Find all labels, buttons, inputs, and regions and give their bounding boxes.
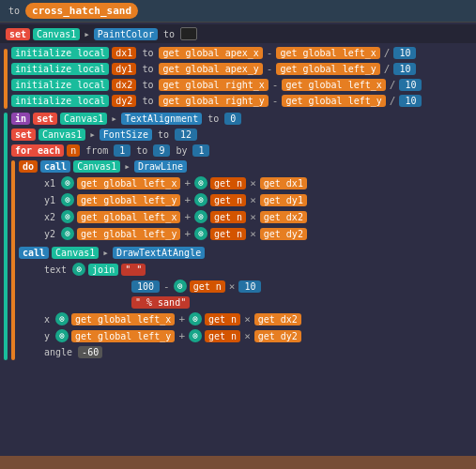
get-n-y[interactable]: get n [205,330,240,342]
call-kw-2: call [19,247,49,259]
canvas1-3[interactable]: Canvas1 [38,129,85,141]
minus-join: - [162,280,171,293]
get-apex-x[interactable]: get global apex_x [159,47,262,59]
set-keyword: set [6,28,30,40]
neg-60: -60 [78,346,102,358]
get-dx2-x[interactable]: get dx2 [254,313,301,325]
get-dy2[interactable]: get dy2 [260,228,307,240]
y-label: y [41,330,53,342]
drawline-method[interactable]: DrawLine [134,160,187,173]
y-param: y ⊙ get global left_y + ⊙ get n × get dy… [41,329,472,342]
x2-connector: ⊙ [61,210,74,223]
fontsize[interactable]: FontSize [100,129,152,141]
get-dx1[interactable]: get dx1 [260,177,307,189]
blocks-container: initialize local dx1 to get global apex_… [0,45,476,362]
text-param: text ⊙ join " " [41,263,472,276]
angle-label: angle [41,346,75,358]
canvas1-4[interactable]: Canvas1 [73,160,120,173]
get-left-y2[interactable]: get global left_y [282,95,385,107]
init-dy2: initialize local dy2 to get global right… [11,95,472,107]
dot4: ▸ [101,247,110,259]
to-kw6: to [205,113,222,125]
get-n-y1[interactable]: get n [210,194,246,206]
get-dx2[interactable]: get dx2 [260,211,307,223]
to-keyword: to [6,5,23,17]
y-connector: ⊙ [55,329,69,342]
get-left-x-x[interactable]: get global left_x [71,313,175,325]
get-left-y-y1[interactable]: get global left_y [77,194,180,206]
get-right-x[interactable]: get global right_x [159,79,268,91]
get-left-x-x2[interactable]: get global left_x [77,211,180,223]
y1-label: y1 [41,194,58,206]
do-section: do call Canvas1 ▸ DrawLine x1 ⊙ get glob… [11,160,472,360]
init-dx1: initialize local dx1 to get global apex_… [11,47,472,59]
num-10-3: 10 [399,79,422,91]
get-left-y-y2[interactable]: get global left_y [77,228,180,240]
times-x1: × [249,177,257,189]
do-body: do call Canvas1 ▸ DrawLine x1 ⊙ get glob… [19,160,472,360]
get-left-x-x1[interactable]: get global left_x [77,177,180,189]
times-x: × [243,313,252,325]
init-local-kw2: initialize local [11,63,109,75]
var-n[interactable]: n [67,144,80,157]
x-label: x [41,313,53,325]
from-1: 1 [114,144,131,157]
x1-mul-connector: ⊙ [194,176,207,189]
function-name[interactable]: cross_hatch_sand [25,3,138,19]
var-dx1[interactable]: dx1 [112,47,136,59]
foreach-kw: for each [11,144,64,157]
num-10-join: 10 [238,280,261,293]
get-left-x2[interactable]: get global left_x [282,79,385,91]
orange-bracket [4,49,8,109]
drawtextatangle-method[interactable]: DrawTextAtAngle [113,247,205,259]
get-left-x1[interactable]: get global left_x [276,47,379,59]
set-fontsize-row: set Canvas1 ▸ FontSize to 12 [11,129,472,141]
teal-bracket [4,113,8,360]
plus-x2: + [183,211,192,223]
do-label-row: do call Canvas1 ▸ DrawLine [19,160,472,173]
to-9: 9 [153,144,170,157]
num-0: 0 [224,113,241,125]
get-n-x1[interactable]: get n [210,177,246,189]
get-n-join[interactable]: get n [190,280,225,293]
plus-x: + [177,313,186,325]
y1-param: y1 ⊙ get global left_y + ⊙ get n × get d… [41,193,472,206]
get-right-y[interactable]: get global right_y [159,95,268,107]
get-n-x[interactable]: get n [205,313,240,325]
dot3: ▸ [123,160,131,173]
canvas1-2[interactable]: Canvas1 [60,113,107,125]
get-dy1[interactable]: get dy1 [260,194,307,206]
function-header: to cross_hatch_sand [0,0,476,23]
to-kw: to [139,47,156,59]
textalign[interactable]: TextAlignment [121,113,202,125]
get-left-y-y[interactable]: get global left_y [71,330,175,342]
var-dx2[interactable]: dx2 [112,79,136,91]
get-n-y2[interactable]: get n [210,228,246,240]
get-left-y1[interactable]: get global left_y [276,63,379,75]
do-bracket [11,160,15,360]
color-swatch[interactable] [180,27,197,40]
in-label-row: in set Canvas1 ▸ TextAlignment to 0 [11,113,472,125]
by-1: 1 [192,144,209,157]
paintcolor-block[interactable]: PaintColor [94,28,158,40]
in-section: in set Canvas1 ▸ TextAlignment to 0 set … [4,113,472,360]
minus-op2: - [266,63,274,75]
canvas1-block[interactable]: Canvas1 [33,28,80,40]
canvas1-5[interactable]: Canvas1 [52,247,99,259]
get-dy2-y[interactable]: get dy2 [254,330,301,342]
get-apex-y[interactable]: get global apex_y [159,63,262,75]
x-mul-connector: ⊙ [189,312,202,325]
var-dy2[interactable]: dy2 [112,95,136,107]
do-kw: do [19,160,38,173]
x-param: x ⊙ get global left_x + ⊙ get n × get dx… [41,312,472,325]
init-local-kw4: initialize local [11,95,109,107]
var-dy1[interactable]: dy1 [112,63,136,75]
init-local-kw: initialize local [11,47,109,59]
call-kw-1: call [40,160,70,173]
times-x2: × [249,211,257,223]
get-n-x2[interactable]: get n [210,211,246,223]
join-block[interactable]: join [88,264,118,276]
div-op2: / [383,63,392,75]
plus-x1: + [183,177,192,189]
num-10-2: 10 [393,63,416,75]
